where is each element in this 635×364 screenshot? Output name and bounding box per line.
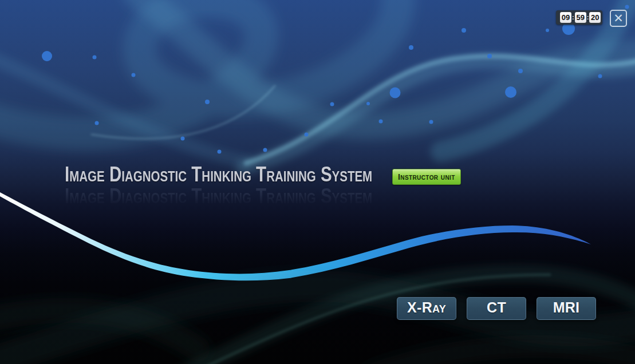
wave-art bbox=[0, 0, 635, 167]
clock-hours: 09 bbox=[560, 12, 571, 23]
app-title-reflection: Image Diagnostic Thinking Training Syste… bbox=[65, 184, 372, 208]
ct-button[interactable]: CT bbox=[467, 297, 526, 320]
xray-button[interactable]: X-Ray bbox=[397, 297, 456, 320]
clock-minutes: 59 bbox=[575, 12, 586, 23]
clock-separator: : bbox=[587, 12, 589, 23]
instructor-unit-badge: Instructor unit bbox=[392, 169, 461, 185]
close-button[interactable]: ✕ bbox=[610, 10, 627, 27]
bubble-dots bbox=[42, 5, 629, 154]
app-title: Image Diagnostic Thinking Training Syste… bbox=[65, 163, 372, 187]
clock-display: 09 : 59 : 20 bbox=[556, 10, 602, 25]
mri-button[interactable]: MRI bbox=[537, 297, 596, 320]
close-icon: ✕ bbox=[613, 11, 624, 26]
clock-seconds: 20 bbox=[589, 12, 601, 23]
splash-screen: 09 : 59 : 20 ✕ Image Diagnostic Thinking… bbox=[0, 0, 635, 364]
modality-button-row: X-Ray CT MRI bbox=[397, 297, 596, 320]
clock-separator: : bbox=[572, 12, 574, 23]
